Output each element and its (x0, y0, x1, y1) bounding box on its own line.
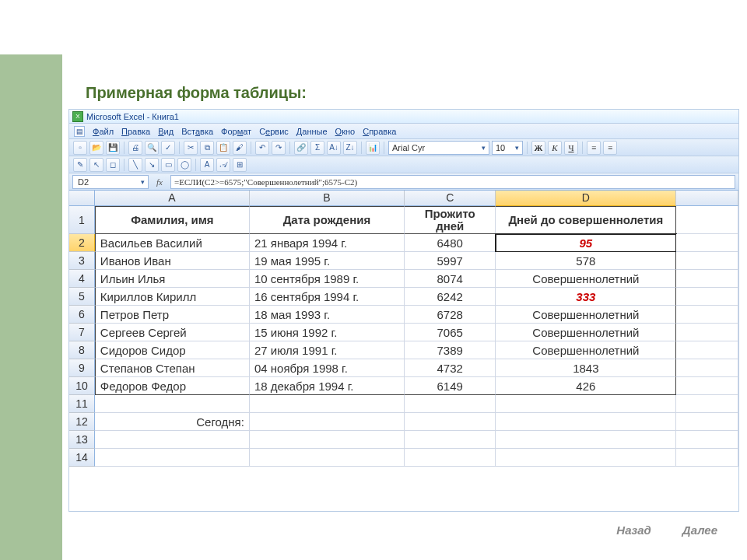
autoshapes-icon[interactable]: ◻ (106, 158, 120, 172)
cell-date[interactable]: 04 ноября 1998 г. (250, 359, 405, 377)
cell[interactable] (405, 431, 496, 449)
cell[interactable] (676, 288, 738, 306)
row-header[interactable]: 10 (69, 377, 95, 395)
cell[interactable] (496, 431, 676, 449)
row-header[interactable]: 7 (69, 324, 95, 341)
cell-c1[interactable]: Прожито дней (405, 206, 496, 234)
cell-date[interactable]: 18 декабря 1994 г. (250, 377, 405, 395)
cell-d1[interactable]: Дней до совершеннолетия (496, 206, 676, 234)
arrow-icon[interactable]: ↘ (145, 158, 159, 172)
menu-service[interactable]: Сервис (259, 127, 289, 136)
cell-name[interactable]: Сергеев Сергей (95, 324, 250, 341)
rect-icon[interactable]: ▭ (161, 158, 175, 172)
cell[interactable] (95, 395, 250, 413)
print-icon[interactable]: 🖨 (128, 141, 142, 155)
formula-input[interactable]: =ЕСЛИ(C2>=6575;"Совершеннолетний";6575-C… (170, 175, 735, 189)
cell[interactable] (676, 252, 738, 270)
cell-date[interactable]: 18 мая 1993 г. (250, 306, 405, 324)
textbox-icon[interactable]: A (200, 158, 214, 172)
row-header[interactable]: 2 (69, 234, 95, 252)
oval-icon[interactable]: ◯ (177, 158, 191, 172)
worksheet-grid[interactable]: A B C D 1 Фамилия, имя Дата рождения Про… (69, 191, 738, 467)
row-header[interactable]: 13 (69, 431, 95, 449)
cell[interactable] (676, 395, 738, 413)
col-header-d[interactable]: D (496, 191, 676, 206)
doc-icon[interactable]: ▤ (74, 126, 85, 137)
row-header[interactable]: 14 (69, 449, 95, 467)
cell[interactable] (496, 395, 676, 413)
cell-name[interactable]: Федоров Федор (95, 377, 250, 395)
cell[interactable] (676, 431, 738, 449)
preview-icon[interactable]: 🔍 (145, 141, 159, 155)
cell[interactable] (676, 306, 738, 324)
col-header-extra[interactable] (676, 191, 738, 206)
cell-date[interactable]: 15 июня 1992 г. (250, 324, 405, 341)
cell[interactable] (676, 359, 738, 377)
cell-remaining[interactable]: Совершеннолетний (496, 341, 676, 359)
nav-back[interactable]: Назад (616, 523, 651, 537)
sum-icon[interactable]: Σ (310, 141, 324, 155)
sort-desc-icon[interactable]: Z↓ (343, 141, 357, 155)
new-icon[interactable]: ▫ (73, 141, 87, 155)
row-header[interactable]: 3 (69, 252, 95, 270)
diagram-icon[interactable]: ⊞ (233, 158, 247, 172)
cell-name[interactable]: Ильин Илья (95, 270, 250, 288)
cell-name[interactable]: Иванов Иван (95, 252, 250, 270)
cell-remaining[interactable]: 578 (496, 252, 676, 270)
cell[interactable] (95, 449, 250, 467)
name-box[interactable]: D2 (72, 175, 149, 189)
nav-next[interactable]: Далее (682, 523, 717, 537)
cell-days[interactable]: 7065 (405, 324, 496, 341)
cell-name[interactable]: Степанов Степан (95, 359, 250, 377)
chart-icon[interactable]: 📊 (366, 141, 380, 155)
undo-icon[interactable]: ↶ (255, 141, 269, 155)
select-icon[interactable]: ↖ (89, 158, 103, 172)
cell[interactable] (250, 413, 405, 431)
open-icon[interactable]: 📂 (89, 141, 103, 155)
menu-edit[interactable]: Правка (121, 127, 150, 136)
cell-date[interactable]: 21 января 1994 г. (250, 234, 405, 252)
cell-remaining[interactable]: 333 (496, 288, 676, 306)
menu-window[interactable]: Окно (335, 127, 356, 136)
cell-remaining[interactable]: Совершеннолетний (496, 324, 676, 341)
redo-icon[interactable]: ↷ (272, 141, 286, 155)
cell[interactable] (676, 270, 738, 288)
row-header[interactable]: 1 (69, 206, 95, 234)
copy-icon[interactable]: ⧉ (200, 141, 214, 155)
cell-remaining[interactable]: 1843 (496, 359, 676, 377)
menu-file[interactable]: Файл (93, 127, 114, 136)
cell[interactable] (405, 449, 496, 467)
fx-label[interactable]: fx (149, 177, 170, 187)
col-header-b[interactable]: B (250, 191, 405, 206)
cell-remaining[interactable]: 426 (496, 377, 676, 395)
select-all-corner[interactable] (69, 191, 95, 206)
cell-b1[interactable]: Дата рождения (250, 206, 405, 234)
cell[interactable] (676, 324, 738, 341)
cell-days[interactable]: 6728 (405, 306, 496, 324)
cell[interactable] (676, 234, 738, 252)
cell-days[interactable]: 8074 (405, 270, 496, 288)
cell[interactable] (496, 449, 676, 467)
paste-icon[interactable]: 📋 (216, 141, 230, 155)
menu-view[interactable]: Вид (158, 127, 174, 136)
cell[interactable] (250, 431, 405, 449)
cell[interactable] (496, 413, 676, 431)
bold-button[interactable]: Ж (531, 141, 545, 155)
align-left-icon[interactable]: ≡ (587, 141, 601, 155)
cell-a1[interactable]: Фамилия, имя (95, 206, 250, 234)
cell-days[interactable]: 4732 (405, 359, 496, 377)
spell-icon[interactable]: ✓ (161, 141, 175, 155)
save-icon[interactable]: 💾 (106, 141, 120, 155)
col-header-c[interactable]: C (405, 191, 496, 206)
cut-icon[interactable]: ✂ (184, 141, 198, 155)
row-header[interactable]: 8 (69, 341, 95, 359)
cell-days[interactable]: 6149 (405, 377, 496, 395)
cell-name[interactable]: Сидоров Сидор (95, 341, 250, 359)
cell[interactable] (676, 449, 738, 467)
cell-name[interactable]: Петров Петр (95, 306, 250, 324)
cell[interactable] (676, 413, 738, 431)
cell-remaining[interactable]: 95 (496, 234, 676, 252)
align-center-icon[interactable]: ≡ (603, 141, 617, 155)
link-icon[interactable]: 🔗 (294, 141, 308, 155)
underline-button[interactable]: Ч (564, 141, 578, 155)
